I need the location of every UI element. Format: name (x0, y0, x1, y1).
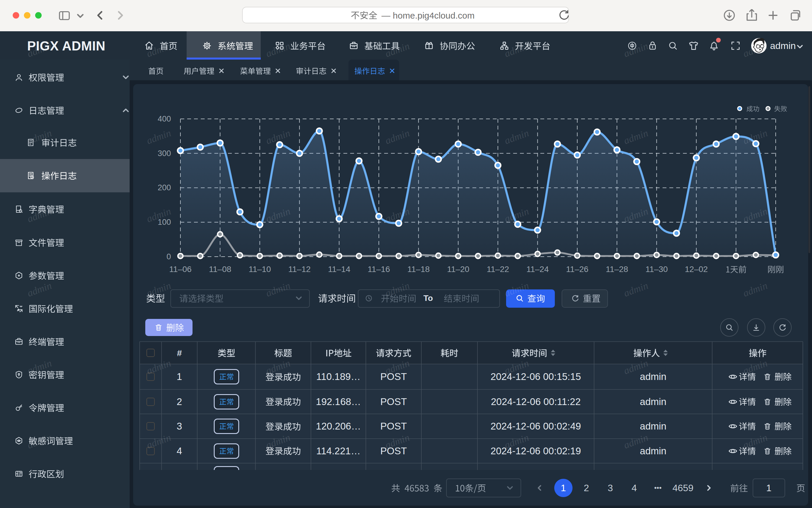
svg-text:admin: admin (622, 127, 650, 146)
svg-text:admin: admin (145, 127, 172, 146)
svg-text:admin: admin (264, 127, 292, 146)
svg-text:admin: admin (741, 357, 769, 376)
svg-text:admin: admin (384, 206, 411, 224)
svg-text:admin: admin (384, 280, 411, 299)
svg-text:admin: admin (145, 357, 172, 376)
svg-text:admin: admin (622, 357, 650, 376)
svg-text:admin: admin (264, 206, 292, 224)
svg-text:admin: admin (741, 280, 769, 299)
svg-text:admin: admin (741, 206, 769, 224)
svg-text:admin: admin (503, 40, 530, 59)
svg-text:admin: admin (26, 432, 53, 451)
svg-text:admin: admin (622, 280, 650, 299)
svg-text:admin: admin (26, 357, 53, 376)
svg-text:admin: admin (384, 432, 411, 451)
svg-text:admin: admin (26, 127, 53, 146)
svg-text:admin: admin (741, 127, 769, 146)
svg-text:admin: admin (503, 280, 530, 299)
svg-text:admin: admin (264, 357, 292, 376)
svg-text:admin: admin (503, 206, 530, 224)
svg-text:admin: admin (741, 432, 769, 451)
svg-text:admin: admin (145, 206, 172, 224)
svg-text:admin: admin (384, 40, 411, 59)
svg-text:admin: admin (26, 40, 53, 59)
svg-text:admin: admin (503, 432, 530, 451)
svg-text:admin: admin (503, 127, 530, 146)
svg-text:admin: admin (145, 280, 172, 299)
svg-text:admin: admin (264, 280, 292, 299)
svg-text:admin: admin (622, 432, 650, 451)
svg-text:admin: admin (384, 127, 411, 146)
svg-text:admin: admin (622, 206, 650, 224)
svg-text:admin: admin (145, 40, 172, 59)
svg-text:admin: admin (264, 40, 292, 59)
svg-text:admin: admin (622, 40, 650, 59)
svg-text:admin: admin (26, 280, 53, 299)
svg-text:admin: admin (26, 206, 53, 224)
svg-text:admin: admin (741, 40, 769, 59)
svg-text:admin: admin (264, 432, 292, 451)
svg-text:admin: admin (384, 357, 411, 376)
svg-text:admin: admin (503, 357, 530, 376)
svg-text:admin: admin (145, 432, 172, 451)
